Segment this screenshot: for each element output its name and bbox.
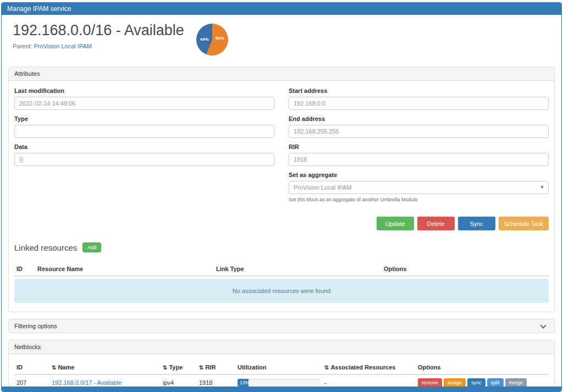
window-footer-bar (2, 387, 561, 391)
linked-resources-header-row: ID Resource Name Link Type Options (14, 262, 549, 276)
parent-label: Parent: (13, 43, 32, 49)
netblock-row: 207 192.168.0.0/17 - Available ipv4 1918… (14, 374, 549, 387)
netblocks-panel-heading: Netblocks (9, 340, 554, 354)
netblock-type: ipv4 (161, 374, 197, 387)
sync-row-button[interactable]: sync (467, 378, 485, 387)
nb-col-name[interactable]: ⇅Name (49, 361, 161, 374)
lr-col-link-type: Link Type (214, 262, 382, 276)
netblock-associated: - (322, 374, 416, 387)
rir-field[interactable] (289, 153, 549, 166)
start-address-field[interactable] (289, 97, 549, 110)
netblocks-panel-body: ID ⇅Name ⇅Type ⇅RIR Utilization ⇅Associa… (9, 354, 554, 387)
merge-button[interactable]: merge (505, 378, 527, 387)
netblock-rir: 1918 (197, 374, 235, 387)
parent-link[interactable]: ProVision Local IPAM (34, 43, 92, 49)
data-group: Data (14, 143, 274, 166)
parent-line: Parent: ProVision Local IPAM (13, 43, 184, 49)
sort-icon: ⇅ (324, 365, 329, 371)
rir-label: RIR (289, 143, 549, 150)
pie-label-blue: 44% (200, 37, 209, 42)
start-address-group: Start address (289, 87, 549, 110)
rir-group: RIR (289, 143, 549, 166)
schedule-task-button[interactable]: Schedule Task (499, 217, 549, 230)
window-titlebar: Manage IPAM service (2, 3, 561, 15)
filtering-options-panel: Filtering options (8, 319, 555, 333)
ipam-window: Manage IPAM service 192.168.0.0/16 - Ava… (1, 2, 562, 392)
netblocks-header-row: ID ⇅Name ⇅Type ⇅RIR Utilization ⇅Associa… (14, 361, 549, 374)
aggregate-help-text: Set this block as an aggregate of anothe… (289, 197, 549, 202)
nb-col-id: ID (14, 361, 49, 374)
nb-col-options: Options (416, 361, 549, 374)
attributes-form: Last modification Type Data (14, 87, 549, 208)
utilization-progress: 13% (238, 379, 320, 387)
netblock-id: 207 (14, 374, 49, 387)
utilization-progress-bar: 13% (238, 379, 249, 387)
end-address-label: End address (289, 115, 549, 122)
aggregate-select[interactable]: ProVision Local IPAM (289, 181, 549, 194)
filtering-options-title: Filtering options (14, 323, 57, 329)
sort-icon: ⇅ (163, 365, 167, 371)
aggregate-label: Set as aggregate (289, 172, 549, 178)
no-resources-alert: No associated resources were found (14, 279, 549, 303)
attributes-panel-heading: Attributes (9, 67, 554, 81)
aggregate-select-wrap: ProVision Local IPAM ▼ (289, 181, 549, 194)
lr-col-options: Options (382, 262, 549, 276)
add-linked-resource-button[interactable]: Add (82, 242, 101, 252)
assign-button[interactable]: assign (444, 378, 466, 387)
nb-col-type[interactable]: ⇅Type (161, 361, 197, 374)
start-address-label: Start address (289, 87, 549, 94)
delete-button[interactable]: Delete (417, 217, 455, 230)
netblocks-table: ID ⇅Name ⇅Type ⇅RIR Utilization ⇅Associa… (14, 361, 549, 387)
last-modification-group: Last modification (14, 87, 274, 110)
split-button[interactable]: split (487, 378, 504, 387)
attributes-panel: Attributes Last modification Type (8, 67, 555, 312)
filtering-options-heading[interactable]: Filtering options (9, 319, 554, 333)
last-modification-field[interactable] (14, 97, 274, 110)
update-button[interactable]: Update (377, 217, 414, 230)
form-right-column: Start address End address RIR Set a (289, 87, 549, 208)
utilization-pie: 44% 56% (196, 24, 228, 56)
netblock-name-link[interactable]: 192.168.0.0/17 - Available (52, 379, 122, 386)
netblocks-panel: Netblocks ID ⇅Name ⇅Type ⇅RIR Utilizatio… (8, 340, 555, 387)
page-title: 192.168.0.0/16 - Available (13, 23, 184, 39)
nb-col-rir[interactable]: ⇅RIR (197, 361, 235, 374)
last-modification-label: Last modification (14, 87, 274, 94)
page-content: 192.168.0.0/16 - Available Parent: ProVi… (2, 15, 561, 387)
end-address-field[interactable] (289, 125, 549, 138)
type-group: Type (14, 115, 274, 138)
data-label: Data (14, 143, 274, 150)
sort-icon: ⇅ (199, 365, 203, 371)
attributes-panel-body: Last modification Type Data (9, 81, 554, 312)
pie-label-orange: 56% (216, 36, 224, 41)
type-field[interactable] (14, 125, 274, 138)
end-address-group: End address (289, 115, 549, 138)
nb-col-associated[interactable]: ⇅Associated Resources (322, 361, 416, 374)
lr-col-id: ID (14, 262, 35, 276)
block-title-group: 192.168.0.0/16 - Available Parent: ProVi… (13, 23, 184, 49)
nb-col-utilization: Utilization (235, 361, 322, 374)
data-field[interactable] (14, 153, 274, 166)
netblocks-panel-title: Netblocks (14, 344, 41, 350)
remove-button[interactable]: remove (418, 378, 442, 387)
linked-resources-heading: Linked resources Add (14, 242, 549, 252)
sort-icon: ⇅ (52, 365, 56, 371)
lr-col-resource-name: Resource Name (35, 262, 214, 276)
form-left-column: Last modification Type Data (14, 87, 274, 208)
sync-button[interactable]: Sync (458, 217, 495, 230)
linked-resources-table: ID Resource Name Link Type Options (14, 262, 549, 277)
linked-resources-title: Linked resources (14, 243, 77, 252)
attributes-panel-title: Attributes (14, 70, 40, 77)
aggregate-group: Set as aggregate ProVision Local IPAM ▼ … (289, 172, 549, 202)
block-header: 192.168.0.0/16 - Available Parent: ProVi… (13, 23, 550, 56)
netblock-options: remove assign sync split merge (418, 378, 527, 387)
chevron-down-icon[interactable] (540, 322, 546, 328)
action-button-row: Update Delete Sync Schedule Task (14, 217, 549, 230)
type-label: Type (14, 115, 274, 122)
